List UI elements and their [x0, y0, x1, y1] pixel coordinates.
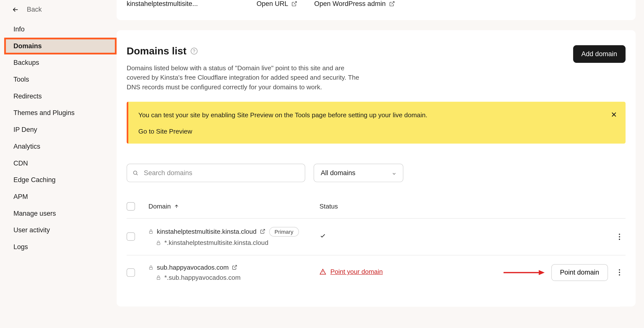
point-domain-button[interactable]: Point domain [551, 264, 608, 281]
domains-table: Domain Status [126, 202, 626, 290]
sort-ascending-icon [174, 204, 179, 209]
sidebar-item-themes-plugins[interactable]: Themes and Plugins [0, 105, 117, 122]
table-row: kinstahelptestmultisite.kinsta.cloud Pri… [126, 218, 626, 255]
domain-filter-select[interactable]: All domains [314, 164, 403, 182]
svg-marker-6 [538, 270, 544, 275]
lock-icon [148, 265, 153, 270]
alert-link[interactable]: Go to Site Preview [138, 128, 616, 135]
external-link-icon[interactable] [232, 264, 238, 270]
open-wp-admin-label: Open WordPress admin [314, 0, 386, 7]
add-domain-button[interactable]: Add domain [573, 45, 626, 63]
search-icon [132, 170, 138, 176]
sidebar-item-analytics[interactable]: Analytics [0, 138, 117, 155]
back-link[interactable]: Back [0, 6, 117, 21]
domain-name[interactable]: kinstahelptestmultisite.kinsta.cloud [157, 228, 256, 235]
svg-rect-3 [149, 267, 152, 269]
search-input[interactable] [126, 164, 305, 182]
open-url-label: Open URL [256, 0, 288, 7]
close-icon[interactable]: ✕ [611, 110, 617, 120]
domains-panel: Domains list ? Domains listed below with… [117, 30, 636, 307]
lock-icon [148, 229, 153, 234]
row-checkbox[interactable] [126, 232, 135, 241]
sidebar-item-logs[interactable]: Logs [0, 239, 117, 256]
svg-rect-1 [149, 231, 152, 233]
row-checkbox[interactable] [126, 268, 135, 277]
sidebar-item-apm[interactable]: APM [0, 188, 117, 205]
chevron-down-icon [392, 170, 396, 175]
annotation-arrow-icon [502, 268, 544, 277]
sidebar-item-redirects[interactable]: Redirects [0, 88, 117, 105]
external-link-icon[interactable] [260, 229, 266, 234]
open-url-link[interactable]: Open URL [256, 0, 298, 7]
external-link-icon [292, 1, 298, 7]
sidebar-item-user-activity[interactable]: User activity [0, 222, 117, 239]
sidebar-item-info[interactable]: Info [0, 21, 117, 38]
lock-icon [156, 240, 161, 245]
svg-point-0 [134, 171, 137, 174]
page-title: Domains list [126, 45, 186, 57]
lock-icon [156, 275, 161, 280]
check-icon [320, 232, 326, 239]
sidebar-item-backups[interactable]: Backups [0, 54, 117, 71]
row-menu-button[interactable] [613, 266, 626, 279]
sidebar-item-domains[interactable]: Domains [4, 38, 117, 54]
svg-rect-2 [157, 242, 160, 244]
sidebar-item-manage-users[interactable]: Manage users [0, 205, 117, 222]
row-menu-button[interactable] [613, 230, 626, 243]
column-header-status: Status [320, 203, 470, 210]
alert-text: You can test your site by enabling Site … [138, 110, 616, 120]
warning-icon [320, 268, 326, 275]
primary-badge: Primary [269, 227, 299, 236]
arrow-left-icon [12, 6, 19, 13]
svg-rect-4 [157, 277, 160, 279]
wildcard-domain: *.kinstahelptestmultisite.kinsta.cloud [164, 239, 268, 246]
external-link-icon [389, 1, 395, 7]
help-icon[interactable]: ? [191, 48, 198, 54]
sidebar-item-tools[interactable]: Tools [0, 71, 117, 88]
sidebar-item-cdn[interactable]: CDN [0, 155, 117, 172]
site-name: kinstahelptestmultisite... [126, 0, 198, 7]
sidebar-item-ip-deny[interactable]: IP Deny [0, 122, 117, 138]
sidebar-nav: Info Domains Backups Tools Redirects The… [0, 21, 117, 256]
table-row: sub.happyavocados.com *.sub.happyavocado… [126, 255, 626, 290]
site-preview-alert: You can test your site by enabling Site … [126, 102, 626, 144]
select-value: All domains [321, 169, 356, 176]
topbar: kinstahelptestmultisite... Open URL Open… [117, 0, 636, 20]
sidebar-item-edge-caching[interactable]: Edge Caching [0, 172, 117, 188]
open-wp-admin-link[interactable]: Open WordPress admin [314, 0, 395, 7]
point-your-domain-link[interactable]: Point your domain [320, 268, 383, 276]
domain-name[interactable]: sub.happyavocados.com [157, 264, 228, 271]
page-description: Domains listed below with a status of "D… [126, 64, 362, 92]
column-header-domain[interactable]: Domain [148, 203, 320, 210]
select-all-checkbox[interactable] [126, 202, 135, 210]
wildcard-domain: *.sub.happyavocados.com [164, 274, 241, 281]
back-label: Back [27, 6, 42, 13]
